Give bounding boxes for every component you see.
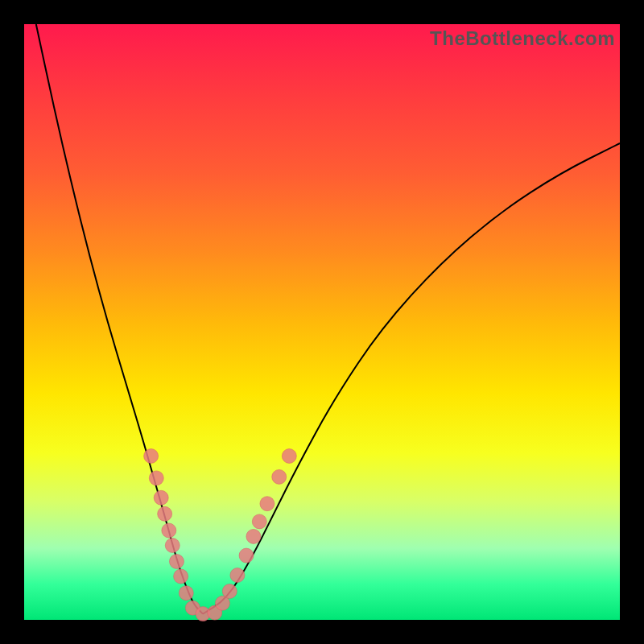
- data-marker: [154, 490, 168, 505]
- data-marker: [144, 449, 159, 464]
- data-marker: [260, 497, 275, 511]
- data-marker: [222, 584, 237, 598]
- data-marker: [282, 449, 296, 464]
- data-marker: [149, 471, 163, 485]
- data-marker: [165, 539, 180, 553]
- chart-svg: [24, 24, 620, 620]
- data-marker: [174, 569, 188, 584]
- data-marker: [252, 514, 266, 529]
- data-marker: [246, 529, 261, 543]
- data-marker: [169, 554, 184, 568]
- curve-left-branch: [36, 24, 203, 614]
- data-marker: [158, 506, 172, 521]
- data-marker: [179, 586, 193, 601]
- marker-group: [144, 449, 297, 621]
- chart-frame: TheBottleneck.com: [0, 0, 644, 644]
- curve-right-branch: [203, 143, 620, 614]
- data-marker: [272, 469, 287, 484]
- plot-area: TheBottleneck.com: [24, 24, 620, 620]
- data-marker: [230, 568, 245, 583]
- data-marker: [239, 548, 254, 563]
- data-marker: [162, 523, 176, 538]
